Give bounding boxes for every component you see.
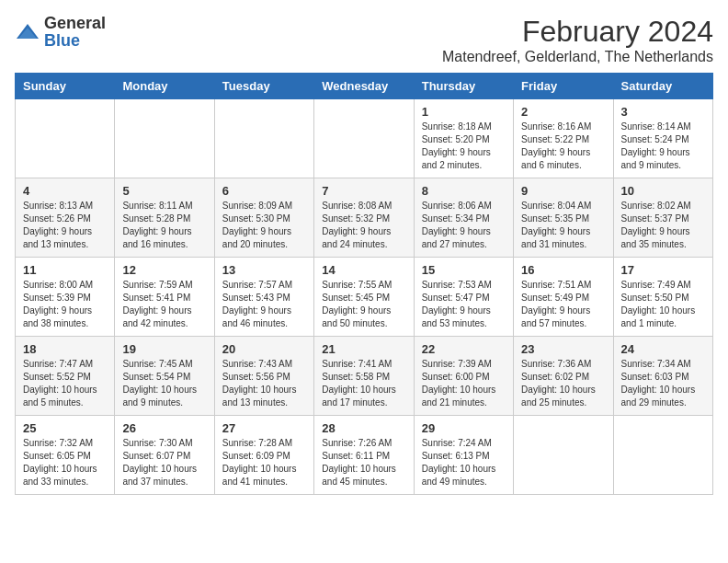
calendar-cell (314, 99, 414, 178)
weekday-header-saturday: Saturday (613, 74, 712, 99)
weekday-header-wednesday: Wednesday (314, 74, 414, 99)
week-row-0: 1Sunrise: 8:18 AM Sunset: 5:20 PM Daylig… (16, 99, 713, 178)
day-number: 17 (621, 263, 705, 277)
calendar-cell: 1Sunrise: 8:18 AM Sunset: 5:20 PM Daylig… (414, 99, 513, 178)
day-info: Sunrise: 8:11 AM Sunset: 5:28 PM Dayligh… (122, 200, 206, 251)
day-number: 7 (322, 184, 405, 198)
day-number: 24 (621, 342, 705, 356)
day-info: Sunrise: 7:24 AM Sunset: 6:13 PM Dayligh… (422, 437, 506, 488)
day-number: 29 (422, 421, 506, 435)
weekday-header-thursday: Thursday (414, 74, 513, 99)
calendar-cell: 26Sunrise: 7:30 AM Sunset: 6:07 PM Dayli… (115, 416, 214, 495)
calendar-cell: 23Sunrise: 7:36 AM Sunset: 6:02 PM Dayli… (514, 337, 613, 416)
day-number: 15 (422, 263, 506, 277)
calendar-cell: 18Sunrise: 7:47 AM Sunset: 5:52 PM Dayli… (16, 337, 115, 416)
weekday-header-monday: Monday (115, 74, 214, 99)
day-info: Sunrise: 7:45 AM Sunset: 5:54 PM Dayligh… (122, 358, 206, 409)
calendar-cell: 25Sunrise: 7:32 AM Sunset: 6:05 PM Dayli… (16, 416, 115, 495)
calendar-cell: 9Sunrise: 8:04 AM Sunset: 5:35 PM Daylig… (514, 178, 613, 258)
day-number: 18 (23, 342, 107, 356)
calendar-cell: 8Sunrise: 8:06 AM Sunset: 5:34 PM Daylig… (414, 178, 513, 258)
logo-blue: Blue (44, 31, 80, 50)
day-number: 28 (322, 421, 405, 435)
day-number: 10 (621, 184, 705, 198)
calendar-cell: 4Sunrise: 8:13 AM Sunset: 5:26 PM Daylig… (16, 178, 115, 258)
day-info: Sunrise: 7:59 AM Sunset: 5:41 PM Dayligh… (122, 279, 206, 330)
day-info: Sunrise: 8:14 AM Sunset: 5:24 PM Dayligh… (621, 121, 705, 172)
calendar-cell: 29Sunrise: 7:24 AM Sunset: 6:13 PM Dayli… (414, 416, 513, 495)
day-info: Sunrise: 7:55 AM Sunset: 5:45 PM Dayligh… (322, 279, 405, 330)
day-number: 14 (322, 263, 405, 277)
day-number: 9 (521, 184, 605, 198)
day-info: Sunrise: 8:04 AM Sunset: 5:35 PM Dayligh… (521, 200, 605, 251)
day-info: Sunrise: 7:57 AM Sunset: 5:43 PM Dayligh… (222, 279, 306, 330)
calendar-cell: 6Sunrise: 8:09 AM Sunset: 5:30 PM Daylig… (214, 178, 313, 258)
weekday-header-friday: Friday (514, 74, 613, 99)
day-info: Sunrise: 8:08 AM Sunset: 5:32 PM Dayligh… (322, 200, 405, 251)
day-info: Sunrise: 7:32 AM Sunset: 6:05 PM Dayligh… (23, 437, 107, 488)
day-number: 27 (222, 421, 306, 435)
calendar-cell: 5Sunrise: 8:11 AM Sunset: 5:28 PM Daylig… (115, 178, 214, 258)
day-number: 25 (23, 421, 107, 435)
day-number: 5 (122, 184, 206, 198)
day-info: Sunrise: 8:18 AM Sunset: 5:20 PM Dayligh… (422, 121, 506, 172)
month-title: February 2024 (442, 15, 713, 49)
week-row-2: 11Sunrise: 8:00 AM Sunset: 5:39 PM Dayli… (16, 258, 713, 337)
logo: General Blue (15, 15, 106, 50)
weekday-header-sunday: Sunday (16, 74, 115, 99)
day-info: Sunrise: 7:39 AM Sunset: 6:00 PM Dayligh… (422, 358, 506, 409)
day-number: 12 (122, 263, 206, 277)
day-info: Sunrise: 7:41 AM Sunset: 5:58 PM Dayligh… (322, 358, 405, 409)
day-info: Sunrise: 7:51 AM Sunset: 5:49 PM Dayligh… (521, 279, 605, 330)
calendar-cell: 16Sunrise: 7:51 AM Sunset: 5:49 PM Dayli… (514, 258, 613, 337)
day-info: Sunrise: 7:49 AM Sunset: 5:50 PM Dayligh… (621, 279, 705, 330)
calendar-cell: 22Sunrise: 7:39 AM Sunset: 6:00 PM Dayli… (414, 337, 513, 416)
day-number: 19 (122, 342, 206, 356)
calendar-cell: 11Sunrise: 8:00 AM Sunset: 5:39 PM Dayli… (16, 258, 115, 337)
day-info: Sunrise: 8:00 AM Sunset: 5:39 PM Dayligh… (23, 279, 107, 330)
day-info: Sunrise: 7:30 AM Sunset: 6:07 PM Dayligh… (122, 437, 206, 488)
weekday-header-tuesday: Tuesday (214, 74, 313, 99)
day-info: Sunrise: 7:34 AM Sunset: 6:03 PM Dayligh… (621, 358, 705, 409)
calendar-cell (514, 416, 613, 495)
day-number: 2 (521, 105, 605, 119)
week-row-4: 25Sunrise: 7:32 AM Sunset: 6:05 PM Dayli… (16, 416, 713, 495)
calendar-cell (214, 99, 313, 178)
calendar-cell: 14Sunrise: 7:55 AM Sunset: 5:45 PM Dayli… (314, 258, 414, 337)
day-number: 6 (222, 184, 306, 198)
day-info: Sunrise: 8:06 AM Sunset: 5:34 PM Dayligh… (422, 200, 506, 251)
day-info: Sunrise: 8:09 AM Sunset: 5:30 PM Dayligh… (222, 200, 306, 251)
day-number: 13 (222, 263, 306, 277)
calendar-cell: 15Sunrise: 7:53 AM Sunset: 5:47 PM Dayli… (414, 258, 513, 337)
weekday-header-row: SundayMondayTuesdayWednesdayThursdayFrid… (16, 74, 713, 99)
day-number: 21 (322, 342, 405, 356)
day-info: Sunrise: 7:26 AM Sunset: 6:11 PM Dayligh… (322, 437, 405, 488)
day-number: 3 (621, 105, 705, 119)
logo-general: General (44, 14, 106, 32)
calendar-cell: 2Sunrise: 8:16 AM Sunset: 5:22 PM Daylig… (514, 99, 613, 178)
header: General Blue February 2024 Matendreef, G… (15, 15, 713, 65)
calendar-cell: 17Sunrise: 7:49 AM Sunset: 5:50 PM Dayli… (613, 258, 712, 337)
week-row-3: 18Sunrise: 7:47 AM Sunset: 5:52 PM Dayli… (16, 337, 713, 416)
calendar-cell: 3Sunrise: 8:14 AM Sunset: 5:24 PM Daylig… (613, 99, 712, 178)
calendar-cell: 19Sunrise: 7:45 AM Sunset: 5:54 PM Dayli… (115, 337, 214, 416)
calendar-cell: 28Sunrise: 7:26 AM Sunset: 6:11 PM Dayli… (314, 416, 414, 495)
day-number: 23 (521, 342, 605, 356)
week-row-1: 4Sunrise: 8:13 AM Sunset: 5:26 PM Daylig… (16, 178, 713, 258)
day-number: 4 (23, 184, 107, 198)
day-number: 20 (222, 342, 306, 356)
day-info: Sunrise: 8:16 AM Sunset: 5:22 PM Dayligh… (521, 121, 605, 172)
calendar-cell: 12Sunrise: 7:59 AM Sunset: 5:41 PM Dayli… (115, 258, 214, 337)
day-number: 1 (422, 105, 506, 119)
day-info: Sunrise: 8:02 AM Sunset: 5:37 PM Dayligh… (621, 200, 705, 251)
calendar-body: 1Sunrise: 8:18 AM Sunset: 5:20 PM Daylig… (16, 99, 713, 495)
calendar-cell: 13Sunrise: 7:57 AM Sunset: 5:43 PM Dayli… (214, 258, 313, 337)
calendar-cell: 7Sunrise: 8:08 AM Sunset: 5:32 PM Daylig… (314, 178, 414, 258)
calendar-cell: 27Sunrise: 7:28 AM Sunset: 6:09 PM Dayli… (214, 416, 313, 495)
day-info: Sunrise: 7:43 AM Sunset: 5:56 PM Dayligh… (222, 358, 306, 409)
calendar-cell: 20Sunrise: 7:43 AM Sunset: 5:56 PM Dayli… (214, 337, 313, 416)
day-number: 26 (122, 421, 206, 435)
calendar-table: SundayMondayTuesdayWednesdayThursdayFrid… (15, 73, 713, 495)
title-area: February 2024 Matendreef, Gelderland, Th… (442, 15, 713, 65)
day-number: 8 (422, 184, 506, 198)
